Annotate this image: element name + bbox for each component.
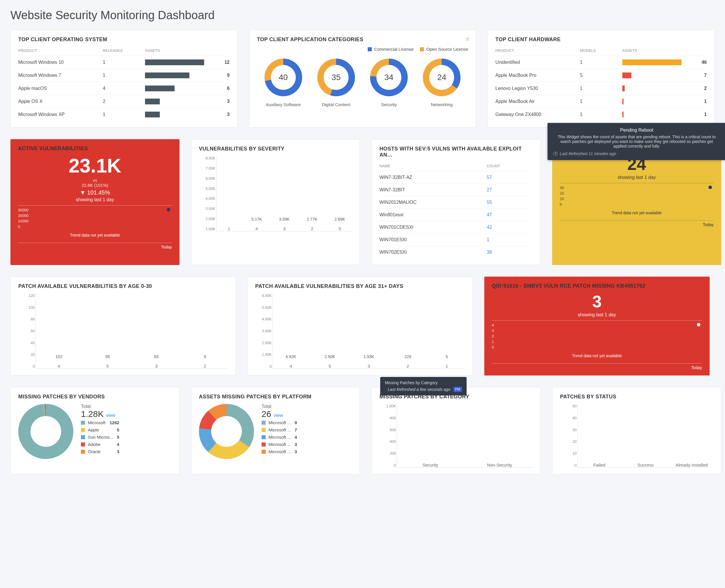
donut-label: Digital Content xyxy=(317,102,355,107)
cell-hostname: WIN701ESXI xyxy=(379,237,486,243)
card-qid-91616[interactable]: QID:91616 - SMBV3 VULN RCE PATCH MISSING… xyxy=(484,277,710,376)
bar-category-label: Security xyxy=(422,462,438,467)
legend-item[interactable]: Microsoft …3 xyxy=(262,448,297,455)
count-link[interactable]: 55 xyxy=(487,200,492,205)
bar-column[interactable]: 1 xyxy=(219,223,239,231)
card-missing-patches-vendors: MISSING PATCHES BY VENDORS Total 1.28K v… xyxy=(11,387,180,474)
donut-chart xyxy=(199,404,254,459)
bar-category-label: 1 xyxy=(228,226,230,231)
legend-item[interactable]: Sun Micros…5 xyxy=(81,434,119,441)
kpi-value: 23.1K xyxy=(18,156,172,175)
card-title: TOP CLIENT APPLICATION CATEGORIES xyxy=(257,37,468,43)
kpi-x-end: Today xyxy=(18,243,172,249)
donut-item[interactable]: 35Digital Content xyxy=(317,59,355,107)
kpi-subtitle: showing last 1 day xyxy=(492,312,702,317)
legend-name: Microsoft … xyxy=(269,449,292,454)
bar-chart: 120100806040200 102495563392 xyxy=(36,293,228,369)
cell-bar xyxy=(145,112,204,118)
view-link[interactable]: view xyxy=(274,413,283,418)
bar-column[interactable]: Failed xyxy=(580,460,619,467)
bar-category-label: 4 xyxy=(255,226,258,231)
bar-column[interactable]: 2.77K2 xyxy=(302,217,322,231)
table-row[interactable]: WIN7-32BIT-AZ57 xyxy=(379,171,533,184)
bar-column[interactable]: Success xyxy=(626,460,665,467)
legend-item[interactable]: Microsoft …3 xyxy=(262,441,297,448)
kpi-delta: ▼ 101.45% xyxy=(18,189,172,196)
table-row[interactable]: Unidentified146 xyxy=(495,56,707,69)
bar-column[interactable]: Security xyxy=(399,460,461,467)
table-row[interactable]: WIN701CDESXI42 xyxy=(379,221,533,234)
cell-value: 3 xyxy=(204,99,229,104)
card-pending-reboot[interactable]: Pending Reboot This Widget shows the cou… xyxy=(552,139,721,265)
count-link[interactable]: 38 xyxy=(487,250,492,255)
count-link[interactable]: 42 xyxy=(487,225,492,230)
bar-column[interactable]: 92 xyxy=(184,354,226,369)
table-row[interactable]: Microsoft Windows 719 xyxy=(18,69,230,82)
bar-column[interactable]: 1024 xyxy=(38,354,80,369)
legend-item[interactable]: Apple5 xyxy=(81,426,119,434)
table-row[interactable]: Apple OS X23 xyxy=(18,95,230,108)
bar-column[interactable]: 51 xyxy=(431,354,462,369)
bar-column[interactable]: 2.69K5 xyxy=(330,217,350,231)
kpi-subtitle: showing last 1 day xyxy=(560,175,714,180)
legend-item[interactable]: Microsoft1262 xyxy=(81,419,119,426)
table-row[interactable]: WIN2012MALIOC55 xyxy=(379,196,533,209)
legend-item[interactable]: Adobe4 xyxy=(81,441,119,448)
card-top-os: TOP CLIENT OPERATING SYSTEM PRODUCT RELE… xyxy=(11,30,237,128)
donut-chart xyxy=(18,404,74,459)
cell-mid: 5 xyxy=(580,73,622,78)
legend-item[interactable]: Microsoft …4 xyxy=(262,434,297,441)
table-row[interactable]: WIN702ESXI38 xyxy=(379,246,533,258)
table-row[interactable]: Microsoft Windows 10112 xyxy=(18,56,230,69)
card-top-app: ≡ TOP CLIENT APPLICATION CATEGORIES Comm… xyxy=(249,30,476,128)
bar-category-label: Success xyxy=(637,462,654,467)
bar-column[interactable]: 1.93K3 xyxy=(353,354,385,369)
table-row[interactable]: Apple MacBook Air11 xyxy=(495,95,707,108)
legend-item[interactable]: Microsoft …9 xyxy=(262,419,297,426)
legend-swatch xyxy=(262,435,266,439)
card-vuln-severity: VULNERABILITIES BY SEVERITY 8.00K7.00K6.… xyxy=(191,139,360,265)
bar-column[interactable]: 4.92K4 xyxy=(275,354,307,369)
count-link[interactable]: 1 xyxy=(487,237,490,242)
bar-column[interactable]: 2.50K5 xyxy=(314,354,345,369)
cell-value: 6 xyxy=(204,86,229,91)
col-product: PRODUCT xyxy=(495,48,580,53)
count-link[interactable]: 57 xyxy=(487,175,492,180)
col-name: NAME xyxy=(379,164,486,168)
donut-item[interactable]: 24Networking xyxy=(423,59,460,107)
table-row[interactable]: Lenovo Legion Y53012 xyxy=(495,82,707,95)
bar-column[interactable]: 955 xyxy=(87,354,128,369)
table-row[interactable]: Microsoft Windows XP13 xyxy=(18,108,230,121)
donut-item[interactable]: 34Security xyxy=(370,59,408,107)
card-menu-icon[interactable]: ≡ xyxy=(466,35,470,43)
card-title: QID:91616 - SMBV3 VULN RCE PATCH MISSING… xyxy=(492,283,702,289)
bar-column[interactable]: 2292 xyxy=(392,354,423,369)
legend-name: Sun Micros… xyxy=(88,435,114,440)
count-link[interactable]: 27 xyxy=(487,187,492,192)
donut-item[interactable]: 40Auxiliary Software xyxy=(265,59,302,107)
legend-item[interactable]: Oracle3 xyxy=(81,448,119,455)
bar-column[interactable]: 633 xyxy=(136,354,177,369)
bar-column[interactable]: Already Installed xyxy=(672,460,711,467)
count-link[interactable]: 47 xyxy=(487,212,492,217)
col-releases: RELEASES xyxy=(103,48,145,53)
table-row[interactable]: WIN7-32BIT27 xyxy=(379,184,533,196)
view-link[interactable]: view xyxy=(106,413,116,418)
bar-column[interactable]: 3.59K3 xyxy=(274,217,295,231)
table-row[interactable]: Apple MacBook Pro57 xyxy=(495,69,707,82)
legend-item[interactable]: Microsoft …7 xyxy=(262,426,297,434)
legend-value: 4 xyxy=(117,442,119,447)
cell-product: Microsoft Windows XP xyxy=(18,112,103,117)
legend-swatch xyxy=(262,428,266,432)
cell-hostname: WIN2012MALIOC xyxy=(379,200,486,205)
table-header: PRODUCT RELEASES ASSETS xyxy=(18,47,230,56)
tooltip-body: This Widget shows the count of assets th… xyxy=(553,134,720,148)
table-row[interactable]: Apple macOS46 xyxy=(18,82,230,95)
table-row[interactable]: Gateway One ZX480011 xyxy=(495,108,707,121)
table-row[interactable]: WIN701ESXI1 xyxy=(379,234,533,246)
table-row[interactable]: Win801esxi47 xyxy=(379,209,533,221)
card-active-vulnerabilities[interactable]: ACTIVE VULNERABILITIES 23.1K vs 22.8K (1… xyxy=(11,139,180,265)
bar-column[interactable]: Non-Security xyxy=(469,460,531,467)
tooltip lines-title: Pending Reboot xyxy=(553,128,720,133)
bar-column[interactable]: 5.17K4 xyxy=(247,217,267,231)
